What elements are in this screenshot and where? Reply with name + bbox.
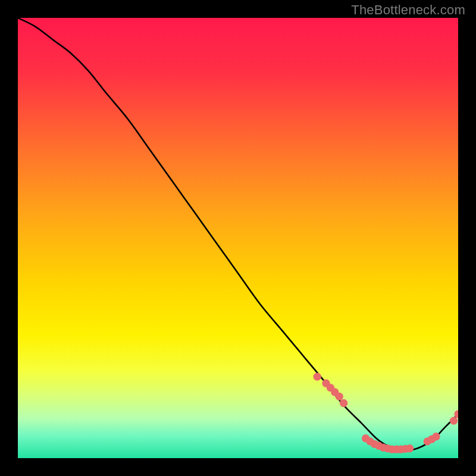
chart-frame: TheBottleneck.com: [0, 0, 476, 476]
curve-marker: [336, 393, 343, 400]
watermark-text: TheBottleneck.com: [351, 2, 465, 18]
curve-marker: [314, 372, 321, 380]
curve-marker: [432, 433, 440, 440]
curve-path: [18, 18, 458, 450]
curve-marker: [340, 399, 347, 407]
plot-area: [18, 18, 458, 458]
marker-group: [314, 372, 458, 453]
curve-marker: [406, 444, 414, 452]
curve-marker: [450, 416, 458, 424]
bottleneck-curve: [18, 18, 458, 458]
